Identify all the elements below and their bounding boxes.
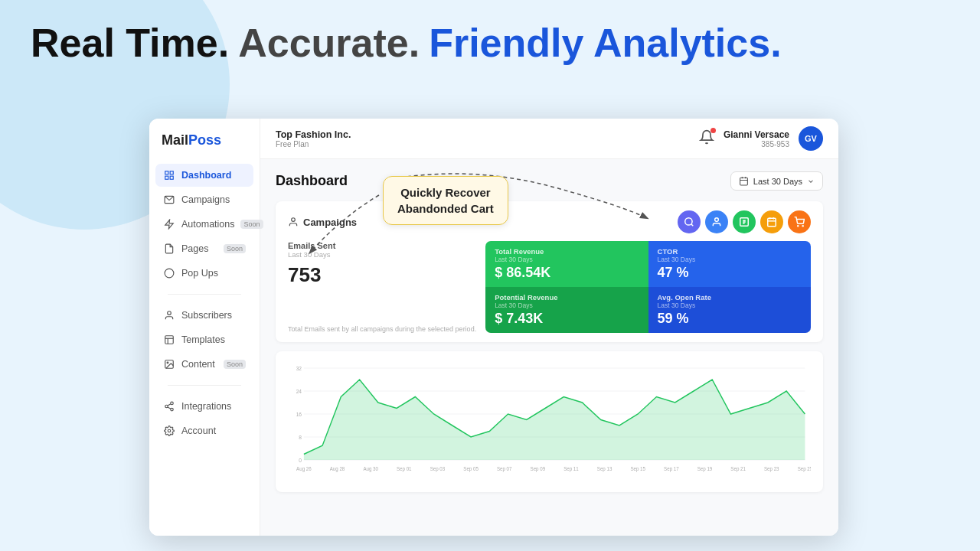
sidebar-item-automations[interactable]: Automations Soon	[155, 213, 253, 236]
svg-rect-0	[165, 171, 168, 174]
svg-point-33	[802, 226, 803, 227]
camp-icon-4[interactable]	[760, 210, 783, 233]
emails-sent-count: 753	[288, 263, 476, 287]
svg-marker-5	[165, 220, 174, 229]
nav-label-subscribers: Subscribers	[181, 310, 232, 321]
emails-sent-col: Emails Sent Last 30 Days 753 Total Email…	[288, 241, 476, 333]
nav-icon-content	[163, 358, 175, 370]
svg-line-25	[691, 224, 694, 227]
emails-sent-desc: Total Emails sent by all campaigns durin…	[288, 325, 476, 333]
metric-label-0: Total Revenue	[495, 247, 639, 256]
plan-label: Free Plan	[276, 140, 351, 148]
svg-point-18	[168, 429, 171, 432]
svg-point-15	[171, 408, 174, 411]
emails-sent-label: Emails Sent	[288, 241, 476, 250]
svg-text:32: 32	[296, 366, 302, 371]
svg-text:Sep 23: Sep 23	[764, 466, 779, 472]
date-picker[interactable]: Last 30 Days	[730, 171, 823, 191]
svg-point-32	[798, 226, 799, 227]
soon-badge-content: Soon	[224, 360, 246, 369]
camp-icon-3[interactable]	[733, 210, 756, 233]
nav-icon-subscribers	[163, 309, 175, 321]
nav-label-popups: Pop Ups	[181, 268, 218, 279]
svg-text:Sep 19: Sep 19	[697, 466, 713, 472]
svg-line-17	[168, 404, 171, 406]
campaigns-card: Campaigns	[276, 201, 823, 342]
company-name: Top Fashion Inc.	[276, 129, 351, 140]
metric-sublabel-1: Last 30 Days	[658, 256, 802, 263]
hero-text: Real Time. Accurate. Friendly Analytics.	[31, 21, 782, 65]
date-range-label: Last 30 Days	[753, 177, 802, 186]
metrics-grid: Total Revenue Last 30 Days $ 86.54KCTOR …	[485, 241, 811, 333]
svg-text:Aug 26: Aug 26	[296, 466, 312, 472]
campaigns-section-title: Campaigns	[288, 217, 357, 228]
sidebar-item-popups[interactable]: Pop Ups	[155, 262, 253, 285]
campaigns-body: Emails Sent Last 30 Days 753 Total Email…	[288, 241, 811, 333]
metric-cell-1: CTOR Last 30 Days 47 %	[648, 241, 811, 287]
nav-icon-popups	[163, 267, 175, 279]
svg-text:Sep 25: Sep 25	[798, 466, 811, 472]
chart-card: 08162432Aug 26Aug 28Aug 30Sep 01Sep 03Se…	[276, 351, 823, 492]
svg-rect-28	[768, 218, 776, 227]
nav-label-campaigns: Campaigns	[181, 194, 230, 205]
sidebar-item-subscribers[interactable]: Subscribers	[155, 304, 253, 327]
emails-sent-sublabel: Last 30 Days	[288, 250, 476, 259]
sidebar-item-pages[interactable]: Pages Soon	[155, 237, 253, 260]
nav-icon-pages	[163, 243, 175, 255]
metric-label-1: CTOR	[658, 247, 802, 256]
svg-text:Sep 21: Sep 21	[730, 466, 746, 472]
nav-icon-account	[163, 425, 175, 437]
svg-text:8: 8	[299, 435, 302, 440]
notification-dot	[710, 128, 716, 133]
svg-rect-2	[165, 176, 168, 179]
page-title: Dashboard	[276, 173, 348, 189]
topbar-right: Gianni Versace 385-953 GV	[699, 126, 823, 151]
campaign-icon-group	[678, 210, 811, 233]
camp-icon-2[interactable]	[705, 210, 728, 233]
svg-text:16: 16	[296, 412, 302, 417]
metric-sublabel-2: Last 30 Days	[495, 302, 639, 309]
camp-icon-1[interactable]	[678, 210, 701, 233]
main-content: Top Fashion Inc. Free Plan Gianni Versac…	[260, 119, 838, 536]
svg-rect-3	[170, 176, 173, 179]
sidebar-item-templates[interactable]: Templates	[155, 328, 253, 351]
sidebar-item-dashboard[interactable]: Dashboard	[155, 164, 253, 187]
svg-point-23	[292, 218, 296, 222]
svg-point-7	[168, 311, 172, 315]
sidebar-logo: MailPoss	[149, 132, 260, 164]
logo-poss: Poss	[188, 132, 221, 148]
camp-icon-5[interactable]	[788, 210, 811, 233]
user-avatar[interactable]: GV	[799, 126, 823, 151]
callout-tooltip: Quickly Recover Abandonded Cart	[383, 176, 508, 225]
metric-cell-0: Total Revenue Last 30 Days $ 86.54K	[485, 241, 648, 287]
callout-line2: Abandonded Cart	[397, 202, 494, 215]
user-name: Gianni Versace	[724, 129, 789, 140]
user-id: 385-953	[724, 140, 789, 148]
hero-part2: Accurate.	[238, 21, 420, 65]
sidebar-item-integrations[interactable]: Integrations	[155, 395, 253, 418]
svg-rect-19	[740, 178, 747, 185]
topbar-left: Top Fashion Inc. Free Plan	[276, 129, 351, 148]
sidebar-item-content[interactable]: Content Soon	[155, 353, 253, 376]
soon-badge-automations: Soon	[240, 220, 263, 229]
hero-part3: Friendly Analytics.	[429, 21, 781, 65]
svg-text:Sep 07: Sep 07	[497, 466, 512, 472]
metric-value-2: $ 7.43K	[495, 311, 639, 327]
nav-label-content: Content	[181, 359, 215, 370]
callout-line1: Quickly Recover	[400, 186, 491, 199]
metric-label-3: Avg. Open Rate	[658, 293, 802, 302]
page-header: Dashboard Last 30 Days	[276, 171, 823, 191]
hero-part1: Real Time.	[31, 21, 229, 65]
svg-point-12	[167, 362, 168, 364]
sidebar-item-campaigns[interactable]: Campaigns	[155, 188, 253, 211]
bell-icon[interactable]	[699, 129, 714, 148]
svg-text:Aug 30: Aug 30	[363, 466, 378, 472]
svg-text:Sep 05: Sep 05	[463, 466, 479, 472]
metric-cell-2: Potential Revenue Last 30 Days $ 7.43K	[485, 287, 648, 333]
metric-value-3: 59 %	[658, 311, 802, 327]
sidebar-nav: Dashboard Campaigns Automations Soon Pag…	[149, 164, 260, 536]
metric-sublabel-0: Last 30 Days	[495, 256, 639, 263]
soon-badge-pages: Soon	[224, 244, 246, 253]
nav-icon-automations	[163, 218, 175, 230]
sidebar-item-account[interactable]: Account	[155, 419, 253, 442]
